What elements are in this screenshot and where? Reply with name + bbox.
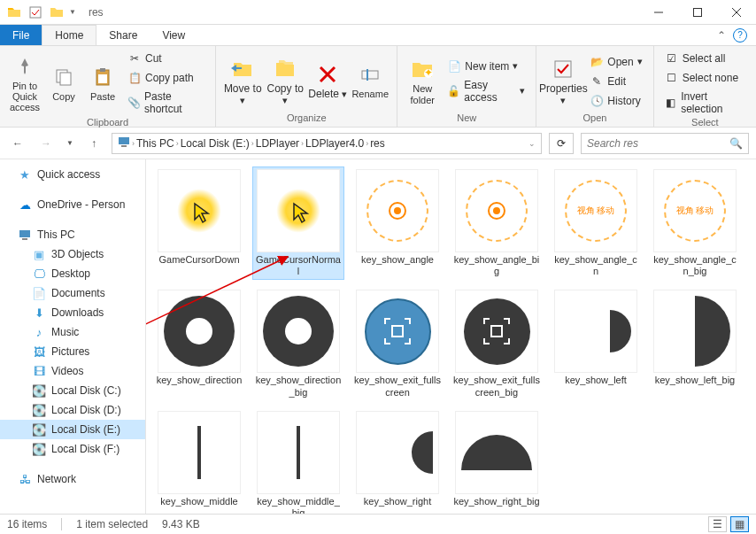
search-box[interactable]: 🔍 <box>581 133 749 154</box>
cloud-icon: ☁ <box>18 197 32 212</box>
paste-button[interactable]: Paste <box>85 53 120 113</box>
recent-dropdown[interactable]: ▼ <box>64 133 76 154</box>
file-item[interactable]: key_show_exit_fullscreen_big <box>451 287 543 400</box>
maximize-button[interactable] <box>678 0 717 25</box>
ribbon-tabs: File Home Share View ⌃ ? <box>0 25 756 46</box>
sidebar-item-diskc[interactable]: 💽Local Disk (C:) <box>0 381 145 400</box>
tab-home[interactable]: Home <box>42 25 96 45</box>
file-item[interactable]: GameCursorDown <box>153 166 245 280</box>
select-none-icon: ☐ <box>665 71 679 85</box>
folder-icon <box>5 4 23 21</box>
sidebar-item-quick-access[interactable]: ★Quick access <box>0 165 145 184</box>
edit-button[interactable]: ✎Edit <box>586 73 645 90</box>
copy-icon <box>51 65 76 89</box>
pictures-icon: 🖼 <box>32 344 46 359</box>
file-item[interactable]: key_show_direction_big <box>252 287 344 400</box>
details-view-button[interactable]: ☰ <box>708 516 727 532</box>
sidebar-item-onedrive[interactable]: ☁OneDrive - Person <box>0 195 145 214</box>
file-item[interactable]: key_show_direction <box>153 287 245 400</box>
file-item[interactable]: key_show_angle <box>351 166 444 280</box>
copy-to-icon <box>273 57 297 81</box>
file-item[interactable]: 视角 移动key_show_angle_cn_big <box>649 166 741 280</box>
file-thumbnail <box>554 290 637 373</box>
sidebar-item-music[interactable]: ♪Music <box>0 322 145 342</box>
crumb-p3[interactable]: res <box>370 137 385 150</box>
refresh-button[interactable]: ⟳ <box>549 133 574 154</box>
breadcrumb[interactable]: › This PC › Local Disk (E:) › LDPlayer ›… <box>112 133 542 154</box>
file-item[interactable]: key_show_middle_big <box>252 408 344 514</box>
crumb-thispc[interactable]: This PC › <box>136 137 179 150</box>
qat-properties-icon[interactable] <box>27 4 44 21</box>
address-bar: ← → ▼ ↑ › This PC › Local Disk (E:) › LD… <box>0 128 756 159</box>
help-icon[interactable]: ? <box>733 28 747 43</box>
svg-rect-9 <box>98 74 107 83</box>
file-item[interactable]: key_show_right <box>351 408 444 514</box>
file-item[interactable]: key_show_left_big <box>649 287 741 400</box>
file-item[interactable]: key_show_angle_big <box>451 166 543 280</box>
close-button[interactable] <box>717 0 756 25</box>
new-folder-button[interactable]: ✦ New folder <box>405 51 440 112</box>
back-button[interactable]: ← <box>7 133 28 154</box>
sidebar-item-documents[interactable]: 📄Documents <box>0 283 145 303</box>
window-title: res <box>89 6 104 19</box>
open-button[interactable]: 📂Open ▾ <box>586 53 645 71</box>
search-input[interactable] <box>587 137 729 150</box>
history-button[interactable]: 🕓History <box>586 92 645 110</box>
large-icons-view-button[interactable]: ▦ <box>730 516 749 532</box>
file-item[interactable]: key_show_exit_fullscreen <box>351 287 444 400</box>
pc-icon <box>118 135 130 151</box>
select-none-button[interactable]: ☐Select none <box>661 69 749 87</box>
minimize-button[interactable] <box>639 0 678 25</box>
sidebar-item-3d-objects[interactable]: ▣3D Objects <box>0 244 145 264</box>
copy-to-button[interactable]: Copy to ▾ <box>266 51 305 112</box>
easy-access-button[interactable]: 🔓Easy access ▾ <box>444 77 528 105</box>
music-icon: ♪ <box>32 325 46 339</box>
copy-button[interactable]: Copy <box>46 53 81 113</box>
sidebar-item-network[interactable]: 🖧Network <box>0 469 145 489</box>
pc-icon <box>18 228 32 242</box>
tab-file[interactable]: File <box>0 25 42 45</box>
file-item[interactable]: key_show_right_big <box>451 408 543 514</box>
sidebar-item-thispc[interactable]: This PC <box>0 225 145 244</box>
invert-selection-button[interactable]: ◧Invert selection <box>661 89 749 117</box>
navigation-pane: ★Quick access ☁OneDrive - Person This PC… <box>0 159 146 514</box>
crumb-p2[interactable]: LDPlayer4.0 › <box>305 137 368 150</box>
pin-to-quick-access-button[interactable]: Pin to Quick access <box>7 53 42 113</box>
delete-button[interactable]: Delete ▾ <box>308 51 347 112</box>
sidebar-item-videos[interactable]: 🎞Videos <box>0 361 145 381</box>
cut-button[interactable]: ✂Cut <box>124 50 208 67</box>
ribbon-collapse-icon[interactable]: ⌃ <box>717 29 726 42</box>
properties-button[interactable]: Properties ▾ <box>544 51 582 112</box>
file-item[interactable]: key_show_middle <box>153 408 245 514</box>
file-item[interactable]: GameCursorNormal <box>252 166 344 280</box>
rename-button[interactable]: Rename <box>351 51 390 112</box>
move-to-button[interactable]: Move to ▾ <box>223 51 262 112</box>
file-item[interactable]: key_show_left <box>550 287 642 400</box>
sidebar-item-diskf[interactable]: 💽Local Disk (F:) <box>0 439 145 459</box>
crumb-p1[interactable]: LDPlayer › <box>256 137 304 150</box>
tab-view[interactable]: View <box>150 25 197 45</box>
forward-button[interactable]: → <box>35 133 57 154</box>
file-thumbnail <box>356 169 439 252</box>
select-all-button[interactable]: ☑Select all <box>661 50 749 67</box>
sidebar-item-downloads[interactable]: ⬇Downloads <box>0 303 145 322</box>
up-button[interactable]: ↑ <box>83 133 104 154</box>
breadcrumb-dropdown-icon[interactable]: ⌄ <box>528 139 536 148</box>
qat-dropdown-icon[interactable]: ▼ <box>69 8 76 16</box>
file-item[interactable]: 视角 移动key_show_angle_cn <box>550 166 642 280</box>
crumb-drive[interactable]: Local Disk (E:) › <box>181 137 254 150</box>
paste-shortcut-button[interactable]: 📎Paste shortcut <box>124 89 208 117</box>
group-label-clipboard: Clipboard <box>7 117 208 128</box>
file-name: key_show_direction_big <box>255 375 342 398</box>
new-item-button[interactable]: 📄New item ▾ <box>444 58 528 75</box>
properties-icon <box>551 57 575 81</box>
sidebar-item-diske[interactable]: 💽Local Disk (E:) <box>0 420 145 439</box>
copy-path-button[interactable]: 📋Copy path <box>124 69 208 87</box>
sidebar-item-pictures[interactable]: 🖼Pictures <box>0 342 145 361</box>
sidebar-item-desktop[interactable]: 🖵Desktop <box>0 264 145 283</box>
titlebar: ▼ res <box>0 0 756 25</box>
sidebar-item-diskd[interactable]: 💽Local Disk (D:) <box>0 400 145 420</box>
file-list: GameCursorDownGameCursorNormalkey_show_a… <box>146 159 756 514</box>
file-name: key_show_exit_fullscreen_big <box>453 375 540 398</box>
tab-share[interactable]: Share <box>96 25 150 45</box>
